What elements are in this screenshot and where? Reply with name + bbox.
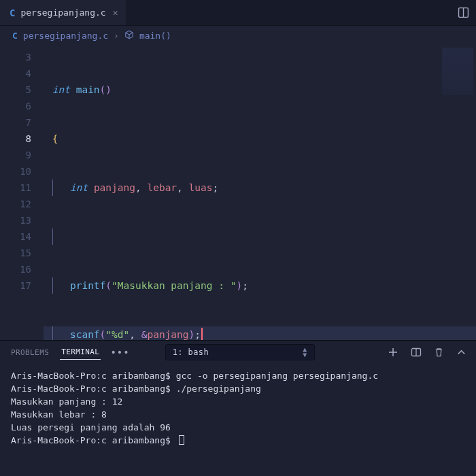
chevron-up-icon[interactable] [456,347,466,358]
symbol-icon [124,30,134,41]
breadcrumb-symbol: main() [139,31,171,41]
tab-terminal[interactable]: TERMINAL [60,345,101,360]
more-icon[interactable]: ••• [110,347,129,358]
close-icon[interactable]: ✕ [112,6,120,19]
minimap[interactable] [442,48,473,95]
terminal-selector-label: 1: bash [173,347,209,357]
breadcrumb-file: persegipanjang.c [23,31,108,41]
tab-problems[interactable]: PROBLEMS [10,345,50,360]
c-file-icon: C [12,31,18,41]
code-area[interactable]: int main() { int panjang, lebar, luas; p… [44,45,476,340]
split-editor-icon[interactable] [458,7,469,18]
code-line: int panjang, lebar, luas; [44,180,476,196]
code-line: scanf("%d", &panjang); [44,326,476,340]
code-editor[interactable]: 3 4 5 6 7 8 9 10 11 12 13 14 15 16 17 in… [0,45,476,340]
terminal-output[interactable]: Aris-MacBook-Pro:c aribambang$ gcc -o pe… [0,364,476,476]
select-arrows-icon: ▲▼ [303,347,307,358]
code-line: printf("Masukkan panjang : "); [44,277,476,294]
bottom-panel: PROBLEMS TERMINAL ••• 1: bash ▲▼ Aris-Ma… [0,340,476,476]
c-file-icon: C [10,7,15,18]
editor-cursor [201,328,203,340]
line-number-gutter: 3 4 5 6 7 8 9 10 11 12 13 14 15 16 17 [0,45,44,340]
terminal-selector[interactable]: 1: bash ▲▼ [165,344,315,360]
code-line: int main() [44,82,476,98]
tab-filename: persegipanjang.c [20,7,105,18]
terminal-cursor [179,435,184,445]
new-terminal-icon[interactable] [388,347,398,358]
panel-tab-bar: PROBLEMS TERMINAL ••• 1: bash ▲▼ [0,341,476,364]
tab-bar: C persegipanjang.c ✕ [0,0,476,26]
breadcrumb[interactable]: C persegipanjang.c › main() [0,26,476,45]
code-line: { [44,131,476,147]
tab-file[interactable]: C persegipanjang.c ✕ [0,0,127,25]
split-terminal-icon[interactable] [411,347,422,358]
trash-icon[interactable] [434,347,444,358]
chevron-right-icon: › [114,31,119,41]
code-line [44,228,476,245]
